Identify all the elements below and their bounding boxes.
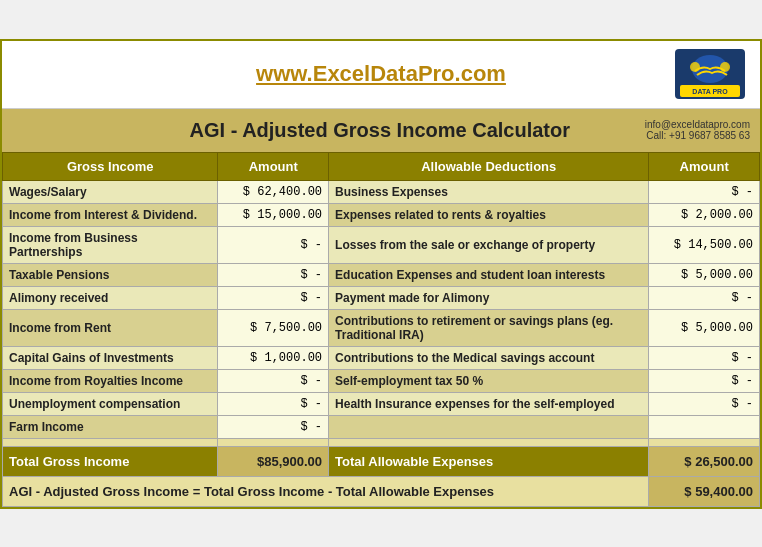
deduction-label: Payment made for Alimony <box>329 286 649 309</box>
deduction-label: Expenses related to rents & royalties <box>329 203 649 226</box>
gross-income-value: $ - <box>218 415 329 438</box>
gross-income-label: Wages/Salary <box>3 180 218 203</box>
table-row: Taxable Pensions$ -Education Expenses an… <box>3 263 760 286</box>
title-contact-bar: AGI - Adjusted Gross Income Calculator i… <box>2 109 760 152</box>
spacer-row <box>3 438 760 446</box>
deduction-label: Losses from the sale or exchange of prop… <box>329 226 649 263</box>
deduction-label: Education Expenses and student loan inte… <box>329 263 649 286</box>
table-row: Income from Rent$ 7,500.00Contributions … <box>3 309 760 346</box>
deduction-value: $ 5,000.00 <box>649 263 760 286</box>
deduction-value: $ - <box>649 369 760 392</box>
col-header-deductions: Allowable Deductions <box>329 152 649 180</box>
calculator-container: www.ExcelDataPro.com DATA PRO AGI - Adju… <box>0 39 762 509</box>
deduction-label: Self-employment tax 50 % <box>329 369 649 392</box>
gross-income-value: $ - <box>218 226 329 263</box>
svg-point-3 <box>720 62 730 72</box>
deduction-label: Contributions to the Medical savings acc… <box>329 346 649 369</box>
deduction-label: Contributions to retirement or savings p… <box>329 309 649 346</box>
gross-income-label: Unemployment compensation <box>3 392 218 415</box>
gross-income-label: Income from Royalties Income <box>3 369 218 392</box>
gross-income-label: Income from Interest & Dividend. <box>3 203 218 226</box>
gross-income-value: $ 1,000.00 <box>218 346 329 369</box>
table-row: Farm Income$ - <box>3 415 760 438</box>
logo-icon: DATA PRO <box>675 49 745 99</box>
gross-income-label: Alimony received <box>3 286 218 309</box>
gross-income-value: $ - <box>218 392 329 415</box>
contact-email: info@exceldatapro.com <box>645 119 750 130</box>
gross-income-value: $ 62,400.00 <box>218 180 329 203</box>
svg-point-2 <box>690 62 700 72</box>
deduction-value <box>649 415 760 438</box>
logo-area: DATA PRO <box>670 47 750 102</box>
gross-income-value: $ - <box>218 286 329 309</box>
gross-income-value: $ - <box>218 263 329 286</box>
table-row: Income from Interest & Dividend.$ 15,000… <box>3 203 760 226</box>
col-header-amount1: Amount <box>218 152 329 180</box>
table-row: Alimony received$ -Payment made for Alim… <box>3 286 760 309</box>
deduction-value: $ - <box>649 180 760 203</box>
gross-income-value: $ - <box>218 369 329 392</box>
main-table: Gross Income Amount Allowable Deductions… <box>2 152 760 507</box>
col-header-amount2: Amount <box>649 152 760 180</box>
total-deduction-label: Total Allowable Expenses <box>329 446 649 476</box>
table-row: Capital Gains of Investments$ 1,000.00Co… <box>3 346 760 369</box>
agi-value: $ 59,400.00 <box>649 476 760 506</box>
gross-income-label: Taxable Pensions <box>3 263 218 286</box>
gross-income-value: $ 15,000.00 <box>218 203 329 226</box>
svg-text:DATA PRO: DATA PRO <box>692 88 728 95</box>
contact-info: info@exceldatapro.com Call: +91 9687 858… <box>645 119 750 141</box>
total-deduction-value: $ 26,500.00 <box>649 446 760 476</box>
deduction-value: $ 2,000.00 <box>649 203 760 226</box>
table-row: Income from Royalties Income$ -Self-empl… <box>3 369 760 392</box>
total-gross-label: Total Gross Income <box>3 446 218 476</box>
deduction-label: Health Insurance expenses for the self-e… <box>329 392 649 415</box>
app-title: AGI - Adjusted Gross Income Calculator <box>115 111 645 150</box>
gross-income-label: Farm Income <box>3 415 218 438</box>
table-row: Unemployment compensation$ -Health Insur… <box>3 392 760 415</box>
col-header-gross: Gross Income <box>3 152 218 180</box>
agi-label: AGI - Adjusted Gross Income = Total Gros… <box>3 476 649 506</box>
deduction-value: $ - <box>649 346 760 369</box>
header-top: www.ExcelDataPro.com DATA PRO <box>2 41 760 109</box>
gross-income-label: Capital Gains of Investments <box>3 346 218 369</box>
deduction-value: $ 5,000.00 <box>649 309 760 346</box>
gross-income-label: Income from Rent <box>3 309 218 346</box>
deduction-value: $ - <box>649 286 760 309</box>
table-row: Wages/Salary$ 62,400.00Business Expenses… <box>3 180 760 203</box>
agi-row: AGI - Adjusted Gross Income = Total Gros… <box>3 476 760 506</box>
deduction-value: $ 14,500.00 <box>649 226 760 263</box>
deduction-value: $ - <box>649 392 760 415</box>
table-row: Income from Business Partnerships$ -Loss… <box>3 226 760 263</box>
contact-call: Call: +91 9687 8585 63 <box>645 130 750 141</box>
site-url[interactable]: www.ExcelDataPro.com <box>92 61 670 87</box>
gross-income-value: $ 7,500.00 <box>218 309 329 346</box>
deduction-label <box>329 415 649 438</box>
total-gross-value: $85,900.00 <box>218 446 329 476</box>
gross-income-label: Income from Business Partnerships <box>3 226 218 263</box>
total-row: Total Gross Income$85,900.00Total Allowa… <box>3 446 760 476</box>
deduction-label: Business Expenses <box>329 180 649 203</box>
